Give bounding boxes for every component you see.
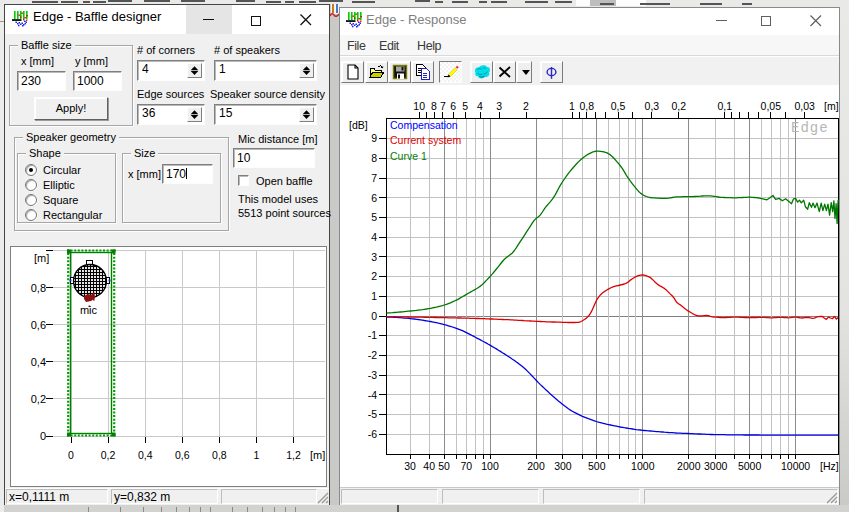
svg-text:Current system: Current system: [390, 134, 461, 146]
svg-text:7: 7: [371, 172, 377, 184]
svg-text:1: 1: [254, 449, 260, 461]
svg-text:0: 0: [40, 430, 46, 442]
svg-text:5: 5: [462, 100, 468, 112]
svg-text:2000: 2000: [677, 460, 701, 472]
svg-text:2: 2: [523, 100, 529, 112]
svg-text:Curve 1: Curve 1: [390, 150, 427, 162]
svg-text:-6: -6: [368, 428, 377, 440]
svg-text:[m]: [m]: [34, 252, 49, 264]
svg-text:-5: -5: [368, 408, 377, 420]
svg-text:2: 2: [371, 270, 377, 282]
svg-text:0: 0: [371, 310, 377, 322]
svg-text:3000: 3000: [704, 460, 728, 472]
svg-text:Compensation: Compensation: [390, 119, 458, 131]
svg-text:-1: -1: [368, 329, 377, 341]
svg-text:0,4: 0,4: [31, 356, 46, 368]
svg-text:300: 300: [554, 460, 572, 472]
svg-text:0,4: 0,4: [138, 449, 153, 461]
svg-text:[dB]: [dB]: [349, 119, 368, 131]
svg-text:8: 8: [371, 152, 377, 164]
svg-text:0,1: 0,1: [717, 100, 732, 112]
svg-text:5: 5: [371, 211, 377, 223]
svg-text:6: 6: [371, 192, 377, 204]
svg-text:-2: -2: [368, 349, 377, 361]
svg-text:200: 200: [527, 460, 545, 472]
svg-text:500: 500: [588, 460, 606, 472]
svg-text:0,2: 0,2: [671, 100, 686, 112]
svg-text:0,6: 0,6: [175, 449, 190, 461]
svg-text:40: 40: [423, 460, 435, 472]
svg-text:1: 1: [569, 100, 575, 112]
svg-text:mic: mic: [80, 304, 98, 316]
svg-text:0,2: 0,2: [101, 449, 116, 461]
svg-text:[m]: [m]: [310, 449, 325, 461]
svg-text:6: 6: [450, 100, 456, 112]
svg-text:30: 30: [404, 460, 416, 472]
svg-text:7: 7: [440, 100, 446, 112]
svg-text:3: 3: [371, 251, 377, 263]
svg-text:0,8: 0,8: [579, 100, 594, 112]
svg-text:0,6: 0,6: [31, 319, 46, 331]
svg-text:0,8: 0,8: [31, 282, 46, 294]
svg-text:1000: 1000: [631, 460, 655, 472]
svg-text:4: 4: [477, 100, 483, 112]
svg-text:100: 100: [481, 460, 499, 472]
svg-text:1,2: 1,2: [286, 449, 301, 461]
svg-text:0,3: 0,3: [645, 100, 660, 112]
svg-text:0,05: 0,05: [761, 100, 782, 112]
svg-text:4: 4: [371, 231, 377, 243]
svg-text:-4: -4: [368, 389, 377, 401]
svg-text:50: 50: [438, 460, 450, 472]
svg-text:0: 0: [68, 449, 74, 461]
svg-text:8: 8: [431, 100, 437, 112]
svg-text:5000: 5000: [738, 460, 762, 472]
svg-text:-3: -3: [368, 369, 377, 381]
svg-text:10: 10: [413, 100, 425, 112]
svg-text:0,5: 0,5: [611, 100, 626, 112]
svg-text:3: 3: [496, 100, 502, 112]
svg-text:0,8: 0,8: [212, 449, 227, 461]
svg-text:0,2: 0,2: [31, 393, 46, 405]
svg-text:10000: 10000: [781, 460, 810, 472]
svg-text:9: 9: [371, 132, 377, 144]
svg-text:[Hz]: [Hz]: [820, 460, 839, 472]
svg-text:70: 70: [460, 460, 472, 472]
svg-text:Edge: Edge: [791, 120, 829, 136]
svg-text:0,03: 0,03: [794, 100, 815, 112]
svg-text:1: 1: [371, 290, 377, 302]
svg-text:[m]: [m]: [824, 100, 839, 112]
